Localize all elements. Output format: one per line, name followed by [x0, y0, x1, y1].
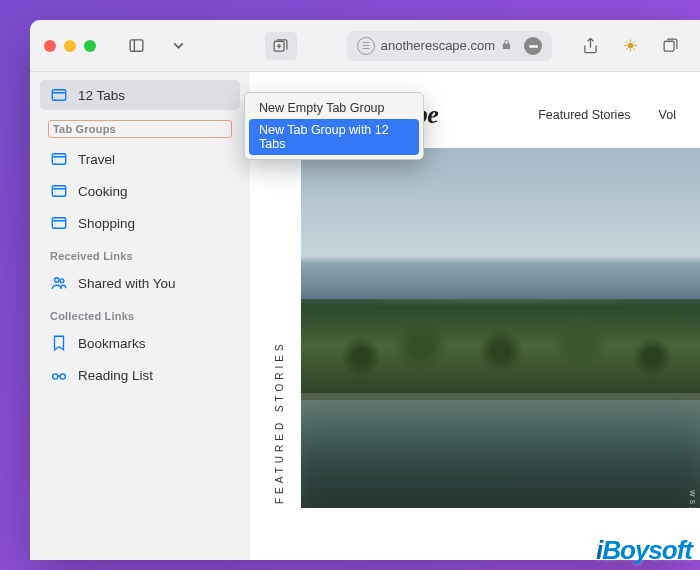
watermark: iBoysoft: [596, 535, 692, 566]
sidebar-item-cooking[interactable]: Cooking: [40, 176, 240, 206]
sidebar-item-label: Cooking: [78, 184, 128, 199]
lock-icon: [501, 38, 512, 53]
nav-volumes[interactable]: Vol: [659, 108, 676, 122]
sidebar-item-label: Bookmarks: [78, 336, 146, 351]
tab-group-context-menu: New Empty Tab Group New Tab Group with 1…: [244, 92, 424, 160]
more-icon[interactable]: •••: [524, 37, 542, 55]
menu-new-empty-group[interactable]: New Empty Tab Group: [249, 97, 419, 119]
svg-rect-7: [664, 41, 674, 51]
sidebar-item-label: Shared with You: [78, 276, 176, 291]
svg-point-17: [60, 279, 64, 283]
sidebar-section-collected: Collected Links: [40, 300, 240, 326]
browser-window: ☰ anotherescape.com •••: [30, 20, 700, 560]
window-icon: [50, 182, 68, 200]
toolbar: ☰ anotherescape.com •••: [30, 20, 700, 72]
share-button[interactable]: [574, 32, 606, 60]
svg-point-19: [60, 374, 65, 379]
people-icon: [50, 274, 68, 292]
sidebar-item-tabs[interactable]: 12 Tabs: [40, 80, 240, 110]
bookmark-icon: [50, 334, 68, 352]
window-icon: [50, 214, 68, 232]
traffic-lights: [44, 40, 96, 52]
svg-rect-12: [52, 186, 66, 197]
svg-point-16: [55, 278, 60, 283]
sidebar-section-received: Received Links: [40, 240, 240, 266]
sidebar-item-label: Travel: [78, 152, 115, 167]
svg-point-18: [53, 374, 58, 379]
tabs-overview-button[interactable]: [654, 32, 686, 60]
svg-rect-8: [52, 90, 66, 101]
address-bar[interactable]: ☰ anotherescape.com •••: [347, 31, 552, 61]
svg-rect-10: [52, 154, 66, 165]
maximize-window-button[interactable]: [84, 40, 96, 52]
sidebar-section-tab-groups: Tab Groups: [48, 120, 232, 138]
nav-featured[interactable]: Featured Stories: [538, 108, 630, 122]
close-window-button[interactable]: [44, 40, 56, 52]
glasses-icon: [50, 366, 68, 384]
sidebar-toggle-button[interactable]: [120, 32, 152, 60]
window-icon: [50, 86, 68, 104]
reader-mode-icon[interactable]: ☰: [357, 37, 375, 55]
sidebar-item-label: 12 Tabs: [78, 88, 125, 103]
url-text: anotherescape.com: [381, 38, 495, 53]
hero-image[interactable]: [301, 148, 700, 508]
sidebar-item-bookmarks[interactable]: Bookmarks: [40, 328, 240, 358]
sidebar-item-label: Shopping: [78, 216, 135, 231]
window-icon: [50, 150, 68, 168]
menu-new-group-with-tabs[interactable]: New Tab Group with 12 Tabs: [249, 119, 419, 155]
chevron-down-icon[interactable]: [162, 32, 194, 60]
sidebar: 12 Tabs Tab Groups Travel Cooking Shoppi…: [30, 72, 250, 560]
vertical-section-label: FEATURED STORIES: [274, 148, 285, 508]
sidebar-item-reading-list[interactable]: Reading List: [40, 360, 240, 390]
sidebar-item-shared[interactable]: Shared with You: [40, 268, 240, 298]
new-tab-button[interactable]: [614, 32, 646, 60]
new-tab-group-button[interactable]: [265, 32, 297, 60]
svg-rect-14: [52, 218, 66, 229]
sidebar-item-label: Reading List: [78, 368, 153, 383]
sidebar-item-travel[interactable]: Travel: [40, 144, 240, 174]
minimize-window-button[interactable]: [64, 40, 76, 52]
sidebar-item-shopping[interactable]: Shopping: [40, 208, 240, 238]
svg-point-6: [627, 43, 633, 49]
svg-rect-0: [130, 40, 143, 51]
